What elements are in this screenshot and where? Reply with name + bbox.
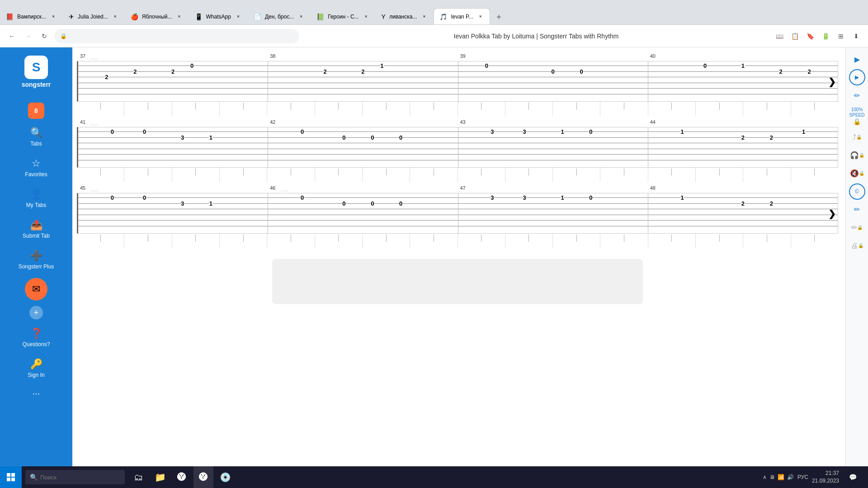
print-button[interactable]: 🖨🔒 — [849, 238, 865, 254]
browser-tab-t7[interactable]: Y ливанска... × — [376, 8, 434, 24]
play-button[interactable]: ▶ — [849, 51, 865, 67]
measure-block: 48122❯ — [648, 193, 838, 234]
beat-tick — [743, 234, 791, 248]
beat-tick — [77, 168, 124, 182]
taskbar-explorer[interactable]: 🗂 — [128, 466, 148, 488]
beat-tick — [124, 102, 172, 116]
video-play-button[interactable]: ▶ — [849, 69, 865, 85]
content-area: S songsterr 8 🔍 Tabs ☆ Favorites 👤 My Ta… — [0, 47, 868, 466]
browser-tab-t5[interactable]: 📄 Ден, брос... × — [248, 8, 311, 24]
measure-number: 45 — [80, 185, 85, 191]
tab-close-button[interactable]: × — [420, 13, 428, 20]
coin-button[interactable]: © — [849, 183, 865, 200]
new-tab-button[interactable]: + — [492, 10, 506, 24]
taskbar-app[interactable]: 💿 — [215, 466, 235, 488]
tab-favicon: 📄 — [254, 13, 261, 20]
tab-note: 1 — [561, 194, 564, 201]
tab-close-button[interactable]: × — [50, 13, 57, 20]
tab-close-button[interactable]: × — [363, 13, 370, 20]
tab-note: 3 — [523, 128, 526, 135]
sidebar-item-plus[interactable]: ➕ Songsterr Plus — [9, 245, 63, 274]
staff-line — [268, 160, 458, 160]
tab-close-button[interactable]: × — [297, 13, 305, 20]
speed-sublabel: SPEED — [849, 113, 865, 118]
staff-line — [268, 209, 458, 209]
taskbar-files[interactable]: 📁 — [150, 466, 170, 488]
tray-arrow[interactable]: ∧ — [763, 474, 767, 480]
tab-label: ливанска... — [389, 14, 417, 20]
forward-button[interactable]: → — [22, 30, 34, 42]
faq-icon: ❓ — [30, 328, 42, 339]
staff-line — [458, 137, 648, 138]
notation-area[interactable]: 37.....02223812239000400122❯41.....00314… — [72, 47, 845, 466]
refresh-button[interactable]: ↻ — [38, 30, 51, 42]
headphones-button[interactable]: 🎧🔒 — [849, 147, 865, 164]
staff-line — [648, 149, 838, 149]
beat-tick — [267, 234, 315, 248]
more-options-button[interactable]: ··· — [29, 385, 44, 402]
tab-close-button[interactable]: × — [477, 13, 484, 20]
browser-tab-t1[interactable]: 📕 Вампирск... × — [0, 8, 63, 24]
bookmark-button[interactable]: 🔖 — [804, 30, 816, 42]
sidebar-item-signin[interactable]: 🔑 Sign In — [9, 354, 63, 383]
tray-clock[interactable]: 21:37 21.09.2023 — [812, 469, 839, 485]
tab-note: 1 — [681, 194, 684, 201]
edit3-button[interactable]: ✏🔒 — [849, 220, 865, 236]
add-button[interactable]: + — [29, 306, 43, 319]
tab-close-button[interactable]: × — [176, 13, 183, 20]
sidebar-item-my-tabs[interactable]: 👤 My Tabs — [9, 184, 63, 213]
browser-tab-t4[interactable]: 📱 WhatsApp × — [189, 8, 248, 24]
staff-line — [268, 220, 458, 221]
address-input[interactable]: www.songsterr.com — [70, 33, 293, 39]
staff-line — [268, 226, 458, 226]
search-input[interactable] — [40, 474, 113, 481]
reader-mode-button[interactable]: 📖 — [773, 30, 786, 42]
tab-note: 0 — [111, 194, 114, 201]
browser-tab-t2[interactable]: ✈ Julia Joied... × — [63, 8, 125, 24]
tab-note: 0 — [143, 194, 146, 201]
tab-note: 3 — [491, 194, 494, 201]
submit-label: Submit Tab — [23, 233, 50, 239]
beat-tick — [600, 168, 648, 182]
start-button[interactable] — [0, 466, 22, 488]
edit-button[interactable]: ✏ — [849, 87, 865, 103]
browser-tab-t3[interactable]: 🍎 Яблочный... × — [125, 8, 189, 24]
beat-tick — [648, 168, 696, 182]
sidebar-item-faq[interactable]: ❓ Questions? — [9, 323, 63, 352]
sidebar-item-tabs[interactable]: 🔍 Tabs — [9, 122, 63, 151]
tab-close-button[interactable]: × — [112, 13, 119, 20]
sidebar-item-submit[interactable]: 📤 Submit Tab — [9, 215, 63, 244]
tab-label: Яблочный... — [142, 14, 172, 20]
beat-lines — [77, 102, 838, 116]
tray-sound[interactable]: 🔊 — [787, 474, 794, 480]
taskbar-search[interactable]: 🔍 — [25, 470, 125, 484]
notifications-button[interactable]: 💬 — [843, 466, 863, 488]
tab-note: 1 — [209, 200, 212, 206]
measure-number: 47 — [460, 185, 466, 191]
reading-list-button[interactable]: 📋 — [788, 30, 801, 42]
taskbar-yandex2[interactable]: 🅨 — [193, 466, 213, 488]
beat-tick — [696, 168, 743, 182]
staff-line — [78, 197, 268, 198]
speed-control[interactable]: 100% SPEED 🔒 — [848, 105, 867, 127]
staff-line — [458, 94, 648, 94]
share-button[interactable]: ⤴🔒 — [849, 129, 865, 145]
taskbar-yandex[interactable]: 🅨 — [172, 466, 192, 488]
mute-button[interactable]: 🔇🔒 — [849, 165, 865, 182]
browser-tab-t6[interactable]: 📗 Героин - С... × — [311, 8, 375, 24]
tab-note: 0 — [342, 200, 345, 206]
sidebar-item-favorites[interactable]: ☆ Favorites — [9, 153, 63, 182]
svg-rect-1 — [11, 473, 15, 477]
notification-badge[interactable]: 8 — [28, 103, 44, 119]
collections-button[interactable]: ⊞ — [835, 30, 847, 42]
edit2-button[interactable]: ✏ — [849, 202, 865, 218]
sidebar-logo[interactable]: S songsterr — [18, 52, 55, 92]
staff-line — [458, 88, 648, 89]
download-button[interactable]: ⬇ — [850, 30, 863, 42]
alert-bubble[interactable]: ✉ — [25, 278, 47, 300]
tab-close-button[interactable]: × — [235, 13, 242, 20]
staff-line — [458, 203, 648, 204]
browser-tab-t8[interactable]: 🎵 Ievan P... × — [434, 8, 490, 24]
back-button[interactable]: ← — [5, 30, 18, 42]
measure-number: 46 — [270, 185, 275, 191]
